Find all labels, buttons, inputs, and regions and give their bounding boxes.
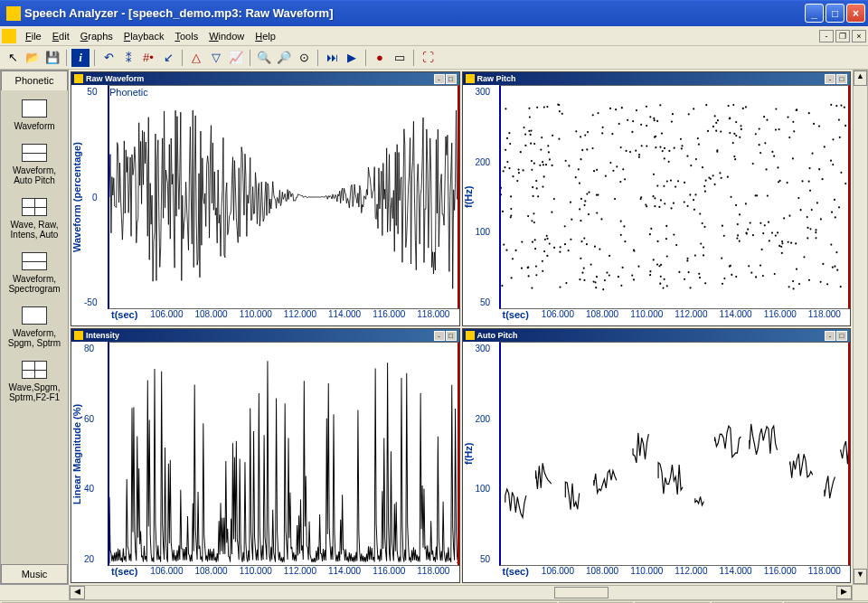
marker1-icon[interactable]: ⁑ <box>119 49 137 67</box>
plot-auto-pitch[interactable] <box>499 342 851 566</box>
svg-point-9 <box>694 193 696 195</box>
zoom-out-icon[interactable]: 🔎 <box>275 49 293 67</box>
svg-point-4 <box>704 180 706 182</box>
svg-point-318 <box>837 118 839 120</box>
arrow-icon[interactable]: ↙ <box>159 49 177 67</box>
panel-maximize-icon[interactable]: □ <box>836 331 847 341</box>
menu-playback[interactable]: Playback <box>118 29 170 43</box>
svg-point-5 <box>599 249 600 250</box>
svg-point-430 <box>844 183 846 184</box>
svg-point-410 <box>795 269 797 270</box>
svg-point-241 <box>807 227 808 229</box>
svg-point-243 <box>544 164 546 165</box>
panel-header-raw-pitch[interactable]: Raw Pitch - □ <box>463 72 851 85</box>
stage-icon[interactable]: ⛶ <box>419 49 437 67</box>
minimize-button[interactable]: _ <box>805 4 824 23</box>
panel-icon <box>74 74 83 83</box>
svg-point-256 <box>619 234 621 236</box>
panel-maximize-icon[interactable]: □ <box>836 74 847 84</box>
plot-raw-pitch[interactable] <box>499 85 851 309</box>
info-icon[interactable]: i <box>71 49 90 67</box>
y-ticks: 50 0 -50 <box>82 85 99 309</box>
four-panel-preset-icon <box>22 198 47 216</box>
maximize-button[interactable]: □ <box>826 4 844 23</box>
sidebar-item-wave-raw-intens-auto[interactable]: Wave, Raw, Intens, Auto <box>1 194 68 249</box>
menu-tools[interactable]: Tools <box>169 29 203 43</box>
chart-icon[interactable]: 📈 <box>227 49 245 67</box>
panel-minimize-icon[interactable]: - <box>434 331 445 341</box>
horizontal-scrollbar[interactable]: ◀ ▶ <box>69 585 853 600</box>
mdi-minimize-button[interactable]: - <box>819 30 834 42</box>
svg-point-23 <box>663 147 665 149</box>
svg-point-346 <box>821 178 823 180</box>
scroll-thumb[interactable] <box>554 587 609 598</box>
record-icon[interactable]: ● <box>371 49 389 67</box>
y-ticks: 300 200 100 50 <box>474 342 493 566</box>
svg-point-63 <box>580 158 581 160</box>
scroll-right-icon[interactable]: ▶ <box>836 586 852 599</box>
panel-minimize-icon[interactable]: - <box>825 331 835 341</box>
zoom-in-icon[interactable]: 🔍 <box>255 49 273 67</box>
svg-point-160 <box>703 226 705 228</box>
panel-maximize-icon[interactable]: □ <box>446 331 457 341</box>
svg-point-64 <box>774 128 776 130</box>
plot-intensity[interactable] <box>108 342 459 566</box>
marker2-icon[interactable]: #• <box>139 49 157 67</box>
svg-point-10 <box>561 113 562 115</box>
svg-point-442 <box>531 241 533 243</box>
zoom-fit-icon[interactable]: ⊙ <box>295 49 313 67</box>
svg-point-261 <box>738 213 740 215</box>
sidebar-item-waveform-auto-pitch[interactable]: Waveform, Auto Pitch <box>1 140 68 194</box>
svg-point-428 <box>686 259 688 261</box>
close-button[interactable]: × <box>846 4 865 23</box>
svg-point-414 <box>659 276 661 278</box>
menu-app-icon[interactable] <box>2 29 16 43</box>
sidebar-tab-phonetic[interactable]: Phonetic <box>1 71 68 90</box>
svg-point-431 <box>830 212 832 213</box>
svg-point-190 <box>809 228 811 230</box>
sidebar-tab-music[interactable]: Music <box>1 564 68 584</box>
svg-point-167 <box>834 266 835 268</box>
sidebar-item-wave-spgm-sptrm-f2f1[interactable]: Wave,Spgm, Sptrm,F2-F1 <box>1 357 68 411</box>
menu-graphs[interactable]: Graphs <box>75 29 118 43</box>
panel-header-intensity[interactable]: Intensity - □ <box>71 329 459 342</box>
svg-point-246 <box>836 269 838 271</box>
svg-point-445 <box>686 205 688 207</box>
svg-point-11 <box>826 283 828 285</box>
plot-raw-waveform[interactable] <box>108 85 459 309</box>
skip-icon[interactable]: ⏭ <box>323 49 341 67</box>
menu-edit[interactable]: Edit <box>47 29 75 43</box>
panel-minimize-icon[interactable]: - <box>434 74 445 84</box>
panel-maximize-icon[interactable]: □ <box>446 74 457 84</box>
svg-point-403 <box>578 183 580 184</box>
triangle-down-icon[interactable]: ▽ <box>207 49 225 67</box>
triangle-up-icon[interactable]: △ <box>187 49 205 67</box>
panel-header-raw-waveform[interactable]: Raw Waveform - □ <box>71 72 459 85</box>
svg-point-83 <box>815 229 816 231</box>
svg-point-370 <box>594 281 596 283</box>
rect-icon[interactable]: ▭ <box>391 49 409 67</box>
svg-point-72 <box>749 221 750 223</box>
svg-point-146 <box>631 274 633 276</box>
menu-file[interactable]: File <box>20 29 47 43</box>
svg-point-413 <box>843 107 844 108</box>
cursor-tool-icon[interactable]: ↖ <box>4 49 22 67</box>
sidebar-item-waveform-spgm-sptrm[interactable]: Waveform, Spgm, Sptrm <box>1 303 68 357</box>
panel-minimize-icon[interactable]: - <box>825 74 835 84</box>
scroll-down-icon[interactable]: ▼ <box>854 569 867 584</box>
menu-help[interactable]: Help <box>250 29 281 43</box>
play-icon[interactable]: ▶ <box>343 49 361 67</box>
vertical-scrollbar[interactable]: ▲ ▼ <box>853 70 868 585</box>
sidebar-item-waveform[interactable]: Waveform <box>1 96 68 140</box>
undo-icon[interactable]: ↶ <box>99 49 118 67</box>
sidebar-item-waveform-spectrogram[interactable]: Waveform, Spectrogram <box>1 249 68 303</box>
mdi-restore-button[interactable]: ❐ <box>835 30 850 42</box>
panel-raw-waveform: Raw Waveform - □ Phonetic Waveform (perc… <box>71 71 460 326</box>
save-icon[interactable]: 💾 <box>43 49 61 67</box>
open-icon[interactable]: 📂 <box>24 49 42 67</box>
scroll-left-icon[interactable]: ◀ <box>70 586 85 599</box>
mdi-close-button[interactable]: × <box>852 30 866 42</box>
scroll-up-icon[interactable]: ▲ <box>854 71 867 86</box>
menu-window[interactable]: Window <box>203 29 250 43</box>
panel-header-auto-pitch[interactable]: Auto Pitch - □ <box>463 329 851 342</box>
